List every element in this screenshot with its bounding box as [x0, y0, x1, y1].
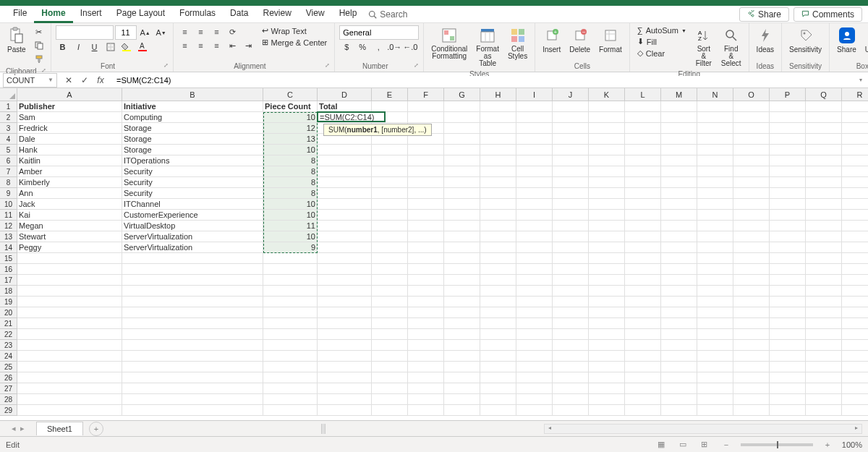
cell[interactable]: [408, 405, 444, 416]
cell[interactable]: [263, 383, 318, 394]
cell[interactable]: [17, 329, 122, 340]
cell[interactable]: [589, 286, 625, 297]
cell[interactable]: [806, 145, 842, 155]
box-share-button[interactable]: Share: [834, 25, 859, 55]
cell[interactable]: [516, 394, 553, 405]
cell[interactable]: [697, 329, 733, 340]
cell[interactable]: [842, 231, 868, 242]
cell[interactable]: [733, 221, 770, 231]
cell[interactable]: [625, 405, 661, 416]
cell[interactable]: [661, 166, 697, 177]
cell[interactable]: [444, 112, 480, 123]
cell[interactable]: [516, 307, 553, 318]
active-cell[interactable]: =SUM(C2:C14): [317, 111, 386, 122]
cell[interactable]: [444, 166, 480, 177]
cell[interactable]: [17, 297, 122, 307]
cell[interactable]: [661, 253, 697, 264]
cell[interactable]: [625, 231, 661, 242]
cell[interactable]: [806, 177, 842, 188]
cell[interactable]: Dale: [17, 134, 122, 145]
page-break-view-button[interactable]: ⊞: [697, 439, 712, 451]
cell[interactable]: [697, 275, 733, 286]
cell[interactable]: [480, 112, 516, 123]
cell[interactable]: [480, 210, 516, 221]
cell[interactable]: [318, 188, 372, 199]
cell[interactable]: [318, 383, 372, 394]
cell[interactable]: [661, 155, 697, 166]
cell[interactable]: [444, 394, 480, 405]
menu-view[interactable]: View: [299, 5, 332, 23]
cell[interactable]: [589, 275, 625, 286]
cell[interactable]: [122, 286, 263, 297]
cell[interactable]: [553, 405, 589, 416]
cell[interactable]: [770, 318, 806, 329]
cell[interactable]: [589, 155, 625, 166]
cell[interactable]: [480, 362, 516, 372]
cell[interactable]: [770, 123, 806, 134]
cell[interactable]: [408, 329, 444, 340]
decrease-decimal-button[interactable]: ←.0: [403, 40, 417, 54]
cell[interactable]: [625, 123, 661, 134]
ideas-button[interactable]: Ideas: [754, 25, 777, 55]
cell[interactable]: [372, 199, 408, 210]
row-header[interactable]: 16: [0, 264, 17, 275]
cell[interactable]: Total: [318, 101, 372, 112]
cell[interactable]: [842, 188, 868, 199]
cell[interactable]: [661, 145, 697, 155]
cell[interactable]: [625, 307, 661, 318]
cell[interactable]: [553, 351, 589, 362]
row-header[interactable]: 8: [0, 177, 17, 188]
cell[interactable]: [770, 112, 806, 123]
page-layout-view-button[interactable]: ▭: [676, 439, 690, 451]
cell[interactable]: [770, 134, 806, 145]
cell[interactable]: [408, 166, 444, 177]
cell[interactable]: Computing: [122, 112, 263, 123]
cell[interactable]: [697, 297, 733, 307]
cell[interactable]: [122, 318, 263, 329]
cell[interactable]: [589, 383, 625, 394]
cell[interactable]: [516, 166, 553, 177]
cell[interactable]: [17, 253, 122, 264]
cell[interactable]: Ann: [17, 188, 122, 199]
cell[interactable]: [444, 297, 480, 307]
font-family-select[interactable]: [56, 25, 114, 40]
column-header[interactable]: Q: [806, 88, 842, 101]
cell[interactable]: [408, 155, 444, 166]
cell[interactable]: [480, 199, 516, 210]
cell[interactable]: [589, 231, 625, 242]
cell[interactable]: [553, 155, 589, 166]
cell[interactable]: [122, 340, 263, 351]
cell[interactable]: ITOperations: [122, 155, 263, 166]
underline-button[interactable]: U: [88, 40, 102, 54]
cell[interactable]: Stewart: [17, 231, 122, 242]
row-header[interactable]: 14: [0, 242, 17, 253]
cell[interactable]: [697, 242, 733, 253]
cell[interactable]: [733, 166, 770, 177]
cell[interactable]: [733, 307, 770, 318]
cell[interactable]: [661, 394, 697, 405]
cell[interactable]: [589, 101, 625, 112]
cell[interactable]: [372, 329, 408, 340]
cell[interactable]: [733, 286, 770, 297]
cell[interactable]: [697, 253, 733, 264]
cell[interactable]: [661, 231, 697, 242]
cell[interactable]: [480, 351, 516, 362]
cell[interactable]: Megan: [17, 221, 122, 231]
cell[interactable]: [625, 101, 661, 112]
cell[interactable]: [516, 405, 553, 416]
cell[interactable]: [408, 307, 444, 318]
cell[interactable]: [516, 221, 553, 231]
cell[interactable]: [770, 307, 806, 318]
cell[interactable]: [263, 372, 318, 383]
menu-page-layout[interactable]: Page Layout: [109, 5, 172, 23]
increase-decimal-button[interactable]: .0→: [387, 40, 401, 54]
add-sheet-button[interactable]: +: [89, 422, 103, 436]
cell[interactable]: [408, 286, 444, 297]
cell[interactable]: [806, 210, 842, 221]
cell[interactable]: ServerVirtualization: [122, 231, 263, 242]
sort-filter-button[interactable]: AZSort & Filter: [692, 25, 715, 69]
cell[interactable]: [553, 134, 589, 145]
cell[interactable]: [589, 340, 625, 351]
cell[interactable]: [842, 242, 868, 253]
cell[interactable]: [842, 405, 868, 416]
